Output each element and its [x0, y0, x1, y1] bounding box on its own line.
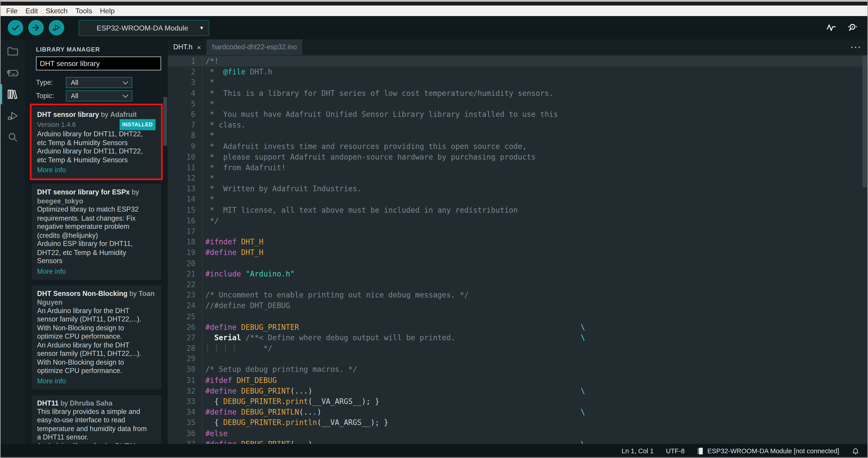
code-text: */ — [206, 217, 219, 225]
line-number: 20 — [168, 258, 195, 268]
line-number: 25 — [168, 311, 195, 322]
line-number: 32 — [168, 386, 195, 396]
menu-bar: File Edit Sketch Tools Help — [0, 6, 867, 16]
topic-select-value: All — [71, 92, 124, 100]
code-editor[interactable]: 1/*!2 * @file DHT.h3 *4 * This is a libr… — [168, 55, 868, 444]
microcontroller-chip-icon — [697, 447, 703, 455]
line-number: 16 — [168, 216, 195, 226]
library-description-line: This library provides a simple and — [37, 408, 156, 416]
line-number: 10 — [168, 152, 195, 162]
code-text: { DEBUG_PRINTER.println(__VA_ARGS__); } — [206, 419, 389, 427]
code-line: 32#define DEBUG_PRINT(...)\ — [168, 386, 868, 396]
topic-select[interactable]: All — [66, 90, 132, 102]
verify-check-icon — [10, 23, 21, 33]
main-area: LIBRARY MANAGER Type: All Topic: All DHT… — [0, 39, 867, 444]
code-text: #define DEBUG_PRINTER — [206, 323, 299, 331]
chevron-down-icon — [123, 79, 128, 84]
folder-icon — [6, 46, 19, 57]
library-card[interactable]: DHT sensor library for ESPx by beegee_to… — [32, 184, 161, 280]
code-text: #define DEBUG_PRINTLN(...) — [206, 408, 321, 417]
more-info-link[interactable]: More info — [37, 377, 156, 385]
line-number: 6 — [168, 109, 195, 120]
code-line: 5 * — [168, 98, 868, 109]
status-bar: Ln 1, Col 1 UTF-8 ESP32-WROOM-DA Module … — [0, 444, 867, 458]
sidebar-item-boards-manager[interactable] — [0, 66, 25, 79]
menu-item-help[interactable]: Help — [96, 6, 119, 15]
menu-item-tools[interactable]: Tools — [71, 6, 96, 15]
cursor-position[interactable]: Ln 1, Col 1 — [622, 447, 654, 455]
installed-badge: INSTALLED — [120, 119, 156, 130]
library-search-input[interactable] — [36, 57, 161, 70]
line-number: 23 — [168, 290, 195, 300]
code-line: 28│ │ │ │ */ — [168, 343, 868, 354]
serial-plotter-icon[interactable] — [826, 22, 837, 33]
panel-scrollbar[interactable] — [163, 97, 167, 146]
by-label: by — [101, 111, 108, 118]
line-number: 35 — [168, 418, 195, 428]
code-text: #define DHT_H — [206, 249, 264, 257]
debug-icon — [52, 23, 61, 33]
library-description-line: Sensors — [37, 257, 156, 266]
sidebar-item-search[interactable] — [0, 131, 25, 144]
code-text: * This is a library for DHT series of lo… — [206, 89, 554, 97]
line-number: 5 — [168, 98, 195, 109]
code-text: { DEBUG_PRINTER.print(__VA_ARGS__); } — [206, 397, 379, 406]
topic-label: Topic: — [36, 92, 66, 100]
code-text: * from Adafruit! — [206, 164, 286, 172]
line-number: 22 — [168, 279, 195, 290]
line-continuation: \ — [581, 439, 585, 444]
tab-label: hardcoded-dht22-esp32.ino — [212, 43, 297, 51]
type-select-value: All — [71, 79, 124, 86]
more-actions-icon[interactable]: ··· — [851, 39, 862, 55]
sidebar-item-sketchbook[interactable] — [0, 45, 25, 57]
start-debugging-button[interactable] — [49, 20, 64, 35]
board-selector-dropdown[interactable]: ESP32-WROOM-DA Module ▾ — [79, 20, 209, 36]
line-continuation: \ — [581, 333, 585, 343]
library-author: Adafruit — [110, 111, 136, 118]
code-line: 26#define DEBUG_PRINTER\ — [168, 322, 868, 333]
tab-dht-h[interactable]: DHT.h × — [168, 39, 207, 55]
code-text: * You must have Adafruit Unified Sensor … — [206, 110, 558, 119]
library-card[interactable]: DHT Sensors Non-Blocking by Toan NguyenA… — [32, 285, 161, 389]
library-description-line: An Arduino library for the DHT11 — [37, 442, 156, 444]
more-info-link[interactable]: More info — [37, 166, 156, 174]
code-text: * MIT license, all text above must be in… — [206, 206, 518, 214]
library-card[interactable]: DHT11 by Dhruba SahaThis library provide… — [32, 395, 161, 444]
sidebar-item-debug[interactable] — [0, 110, 25, 122]
board-status[interactable]: ESP32-WROOM-DA Module [not connected] — [697, 447, 839, 455]
verify-button[interactable] — [8, 20, 23, 35]
code-text: /*! — [206, 57, 219, 65]
code-line: 23/* Uncomment to enable printing out ni… — [168, 290, 868, 300]
tab-hardcoded-dht22-esp32-ino[interactable]: hardcoded-dht22-esp32.ino — [207, 39, 302, 55]
library-description-line: temperature and humidity data from — [37, 425, 156, 433]
menu-item-sketch[interactable]: Sketch — [42, 6, 71, 15]
editor-scrollbar[interactable] — [862, 55, 867, 187]
code-line: 1/*! — [168, 56, 868, 67]
library-description-line: An Arduino library for the DHT — [37, 307, 156, 315]
board-selector-value: ESP32-WROOM-DA Module — [85, 24, 200, 32]
more-info-link[interactable]: More info — [37, 267, 156, 276]
library-description-line: Optimized libray to match ESP32 — [37, 206, 156, 214]
line-number: 3 — [168, 77, 195, 88]
library-name: DHT Sensors Non-Blocking — [37, 290, 127, 297]
serial-monitor-icon[interactable] — [846, 22, 859, 33]
type-select[interactable]: All — [66, 77, 132, 88]
arduino-ide-window: File Edit Sketch Tools Help — [0, 0, 868, 458]
menu-item-edit[interactable]: Edit — [22, 6, 41, 15]
code-line: 6 * You must have Adafruit Unified Senso… — [168, 109, 868, 120]
topic-filter-row: Topic: All — [36, 90, 167, 102]
menu-item-file[interactable]: File — [6, 6, 22, 15]
close-icon[interactable]: × — [197, 43, 201, 51]
library-card[interactable]: DHT sensor library by AdafruitVersion 1.… — [32, 107, 161, 179]
code-line: 10 * please support Adafruit andopen-sou… — [168, 152, 868, 162]
library-description-line: Arduino library for DHT11, DHT22, — [37, 130, 156, 139]
line-number: 4 — [168, 88, 195, 98]
code-line: 37#define DEBUG_PRINT(...)\ — [168, 439, 868, 444]
line-number: 18 — [168, 237, 195, 247]
code-line: 11 * from Adafruit! — [168, 162, 868, 173]
upload-button[interactable] — [28, 20, 44, 35]
search-icon — [6, 131, 19, 144]
encoding[interactable]: UTF-8 — [666, 447, 685, 455]
sidebar-item-library-manager[interactable] — [0, 88, 25, 101]
bell-icon[interactable] — [851, 447, 860, 455]
